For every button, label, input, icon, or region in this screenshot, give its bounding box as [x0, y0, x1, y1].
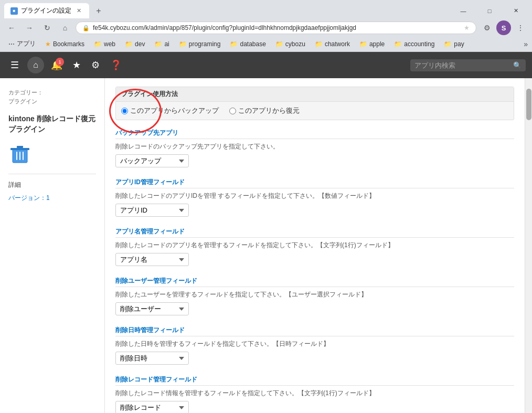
folder-icon-3: 📁 — [154, 40, 162, 48]
address-bar[interactable]: 🔒 fe54k.cybozu.com/k/admin/app/857/plugi… — [76, 22, 476, 34]
plugin-use-method-body: このアプリからバックアップ このアプリから復元 — [116, 102, 514, 120]
plugin-use-method-section: プラグイン使用方法 このアプリからバックアップ このアプリから復元 — [115, 87, 514, 120]
radio-backup-label[interactable]: このアプリからバックアップ — [121, 106, 219, 115]
app-search-bar[interactable]: 🔍 — [410, 59, 526, 71]
plugin-icon — [8, 143, 31, 166]
del-datetime-select[interactable]: 削除日時 — [115, 352, 189, 365]
toolbar-actions: ⚙ S ⋮ — [480, 20, 528, 35]
version-label[interactable]: バージョン：1 — [8, 194, 96, 203]
bookmarks-label-6: cybozu — [285, 40, 305, 48]
radio-backup-text: このアプリからバックアップ — [130, 106, 219, 115]
del-user-select[interactable]: 削除ユーザー — [115, 302, 189, 315]
search-input[interactable] — [414, 61, 509, 69]
del-record-section: 削除レコード管理フィールド 削除したレコード情報を管理するフィールドを指定して下… — [115, 373, 514, 413]
tab-favicon: ■ — [10, 7, 18, 15]
bookmarks-item-8[interactable]: 📁 apple — [355, 39, 389, 49]
maximize-button[interactable]: □ — [477, 4, 502, 18]
home-button[interactable]: ⌂ — [27, 57, 44, 73]
config-area: プラグイン使用方法 このアプリからバックアップ このアプリから復元 バックアップ… — [105, 78, 525, 413]
more-bookmarks-button[interactable]: » — [524, 40, 528, 48]
scrollbar[interactable] — [525, 78, 532, 413]
hamburger-menu-button[interactable]: ☰ — [6, 55, 23, 75]
del-record-select[interactable]: 削除レコード — [115, 401, 189, 413]
app-name-title: アプリ名管理フィールド — [115, 225, 514, 238]
lock-icon: 🔒 — [82, 25, 90, 31]
extensions-button[interactable]: ⚙ — [480, 20, 494, 35]
folder-icon-6: 📁 — [275, 40, 283, 48]
app-id-select[interactable]: アプリID — [115, 204, 189, 217]
bookmarks-item-10[interactable]: 📁 pay — [440, 39, 468, 49]
backup-app-section: バックアップ先アプリ 削除レコードのバックアップ先アプリを指定して下さい。 バッ… — [115, 126, 514, 167]
settings-button[interactable]: ⚙ — [88, 56, 103, 74]
browser-titlebar: ■ プラグインの設定 ✕ + — □ ✕ — [0, 0, 532, 18]
notification-button[interactable]: 🔔 1 — [48, 57, 65, 73]
del-record-desc: 削除したレコード情報を管理するフィールドを指定して下さい。【文字列(1行)フィー… — [115, 389, 514, 398]
plugin-use-method-title: プラグイン使用方法 — [116, 87, 514, 102]
folder-icon-8: 📁 — [359, 40, 367, 48]
bookmarks-item-9[interactable]: 📁 accounting — [390, 39, 439, 49]
bookmarks-label-10: pay — [454, 40, 464, 48]
bookmarks-label-8: apple — [369, 40, 385, 48]
svg-rect-2 — [17, 146, 23, 148]
backup-app-title: バックアップ先アプリ — [115, 126, 514, 139]
plugin-name: kintone 削除レコード復元プラグイン — [8, 114, 96, 134]
radio-restore-text: このアプリから復元 — [238, 106, 300, 115]
del-user-title: 削除ユーザー管理フィールド — [115, 274, 514, 287]
bookmarks-label-0: Bookmarks — [53, 40, 84, 48]
bookmarks-label-7: chatwork — [325, 40, 350, 48]
close-button[interactable]: ✕ — [504, 4, 528, 18]
reload-button[interactable]: ↻ — [40, 20, 55, 35]
page-body: カテゴリー： プラグイン kintone 削除レコード復元プラグイン 詳細 バー… — [0, 78, 532, 413]
minimize-button[interactable]: — — [451, 4, 475, 18]
radio-restore-input[interactable] — [229, 108, 236, 114]
app-header: ☰ ⌂ 🔔 1 ★ ⚙ ❓ 🔍 — [0, 52, 532, 78]
folder-icon-4: 📁 — [179, 40, 187, 48]
bookmarks-label-4: programing — [189, 40, 221, 48]
bookmarks-bar: ⋯ アプリ ★ Bookmarks 📁 web 📁 dev 📁 ai 📁 pro… — [0, 37, 532, 52]
backup-app-select[interactable]: バックアップ — [115, 154, 189, 167]
app-id-title: アプリID管理フィールド — [115, 176, 514, 188]
del-user-section: 削除ユーザー管理フィールド 削除したユーザーを管理するフィールドを指定して下さい… — [115, 274, 514, 315]
category-value: プラグイン — [8, 98, 96, 105]
favorites-button[interactable]: ★ — [69, 56, 84, 74]
app-name-desc: 削除したレコードのアプリ名を管理するフィールドを指定して下さい。【文字列(1行)… — [115, 241, 514, 250]
bookmarks-item-5[interactable]: 📁 database — [226, 39, 270, 49]
radio-backup-input[interactable] — [121, 108, 128, 114]
help-button[interactable]: ❓ — [107, 56, 125, 74]
svg-rect-1 — [10, 148, 29, 150]
del-user-desc: 削除したユーザーを管理するフィールドを指定して下さい。【ユーザー選択フィールド】 — [115, 290, 514, 299]
profile-button[interactable]: S — [496, 20, 511, 35]
radio-restore-label[interactable]: このアプリから復元 — [229, 106, 300, 115]
bookmarks-label-1: web — [104, 40, 115, 48]
bookmarks-item-2[interactable]: 📁 dev — [121, 39, 149, 49]
folder-icon-5: 📁 — [230, 40, 238, 48]
sidebar-divider — [8, 174, 96, 174]
menu-button[interactable]: ⋮ — [513, 20, 528, 35]
backup-app-desc: 削除レコードのバックアップ先アプリを指定して下さい。 — [115, 142, 514, 151]
bookmarks-item-0[interactable]: ★ Bookmarks — [41, 39, 89, 49]
bookmarks-item-7[interactable]: 📁 chatwork — [311, 39, 354, 49]
category-label: カテゴリー： — [8, 89, 96, 97]
apps-button[interactable]: ⋯ アプリ — [4, 38, 40, 49]
address-text: fe54k.cybozu.com/k/admin/app/857/plugin/… — [93, 24, 461, 31]
bookmarks-item-1[interactable]: 📁 web — [90, 39, 120, 49]
bookmarks-label-9: accounting — [404, 40, 434, 48]
new-tab-button[interactable]: + — [91, 4, 106, 18]
star-favicon-icon: ★ — [464, 24, 470, 31]
search-icon[interactable]: 🔍 — [513, 61, 522, 69]
home-button[interactable]: ⌂ — [58, 20, 72, 35]
back-button[interactable]: ← — [4, 20, 19, 35]
del-datetime-title: 削除日時管理フィールド — [115, 324, 514, 336]
forward-button[interactable]: → — [22, 20, 37, 35]
bookmarks-label-3: ai — [164, 40, 169, 48]
bookmarks-item-6[interactable]: 📁 cybozu — [271, 39, 310, 49]
app-name-select[interactable]: アプリ名 — [115, 253, 189, 266]
details-label: 詳細 — [8, 181, 96, 189]
scrollbar-thumb[interactable] — [526, 89, 531, 120]
tab-close-button[interactable]: ✕ — [75, 7, 83, 15]
bookmarks-item-4[interactable]: 📁 programing — [175, 39, 225, 49]
bookmarks-item-3[interactable]: 📁 ai — [150, 39, 173, 49]
browser-tab[interactable]: ■ プラグインの設定 ✕ — [4, 3, 89, 18]
del-datetime-section: 削除日時管理フィールド 削除した日時を管理するフィールドを指定して下さい。【日時… — [115, 324, 514, 365]
app-id-desc: 削除したレコードのアプリIDを管理 するフィールドを指定して下さい。【数値フィー… — [115, 192, 514, 200]
